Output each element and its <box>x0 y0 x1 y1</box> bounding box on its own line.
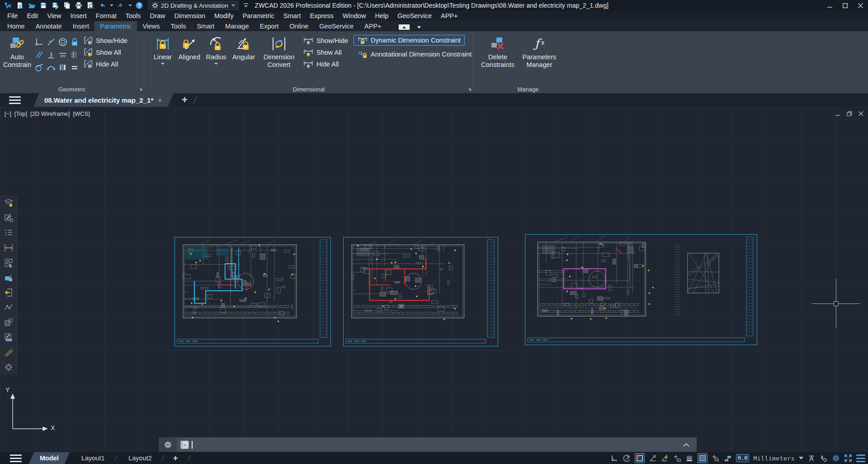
dimension-convert-button[interactable]: Dimension Convert <box>259 34 299 69</box>
floor-plan-3[interactable] <box>525 234 757 345</box>
copy-button[interactable] <box>62 1 71 10</box>
fullscreen-toggle-icon[interactable] <box>844 454 852 462</box>
floor-plan-2[interactable] <box>343 237 498 346</box>
osnap-toggle-active[interactable] <box>635 453 645 463</box>
settings-tool-icon[interactable] <box>4 362 14 372</box>
print-button[interactable] <box>74 1 83 10</box>
dimensional-show-hide-button[interactable]: Show/Hide <box>303 36 348 46</box>
save-as-button[interactable] <box>51 1 60 10</box>
dimensional-show-all-button[interactable]: Show All <box>303 47 342 57</box>
document-menu-icon[interactable] <box>9 96 21 104</box>
geometric-dialog-launcher-icon[interactable] <box>139 89 142 91</box>
window-minimize-button[interactable] <box>822 0 837 11</box>
menu-insert[interactable]: Insert <box>66 12 91 19</box>
new-document-tab-button[interactable]: + <box>182 94 188 106</box>
document-tab-active[interactable]: 08.Water and electricity map_2_1* × <box>33 93 174 107</box>
perpendicular-constraint-button[interactable] <box>45 48 57 61</box>
import-tool-icon[interactable] <box>4 288 14 298</box>
selection-filter-icon[interactable] <box>820 454 828 462</box>
workspace-switcher[interactable]: 2D Drafting & Annotation <box>148 1 239 10</box>
undo-dropdown-icon[interactable] <box>110 5 113 6</box>
menu-smart[interactable]: Smart <box>279 12 306 19</box>
viewport-control-2d-wireframe[interactable]: [2D Wireframe] <box>30 110 70 117</box>
ribbon-tab-export[interactable]: Export <box>254 21 284 31</box>
menu-view[interactable]: View <box>42 12 66 19</box>
menu-help[interactable]: Help <box>370 12 393 19</box>
panel-label-dimensional[interactable]: Dimensional <box>145 86 473 93</box>
model-tab[interactable]: Model <box>29 452 70 464</box>
ribbon-tab-app[interactable]: APP+ <box>359 21 387 31</box>
pgp-edit-tool-icon[interactable]: PGP <box>4 332 14 342</box>
lineweight-toggle-icon[interactable] <box>685 454 693 462</box>
menu-tools[interactable]: Tools <box>121 12 146 19</box>
measure-line-tool-icon[interactable] <box>4 347 14 357</box>
ribbon-tab-home[interactable]: Home <box>2 21 30 31</box>
menu-file[interactable]: File <box>3 12 22 19</box>
open-file-button[interactable] <box>27 1 36 10</box>
fix-constraint-button[interactable] <box>69 36 80 48</box>
menu-format[interactable]: Format <box>91 12 121 19</box>
dynamic-dimension-constraint-toggle[interactable]: Dynamic Dimension Constraint <box>354 35 465 46</box>
angular-constraint-button[interactable]: Angular <box>231 34 257 61</box>
layout1-tab[interactable]: Layout1 <box>81 455 105 462</box>
units-dropdown-icon[interactable] <box>799 457 803 459</box>
ribbon-expand-down-icon[interactable] <box>412 25 426 30</box>
status-customize-menu-icon[interactable] <box>856 455 865 462</box>
equal-constraint-button[interactable] <box>69 61 80 74</box>
help-button[interactable]: ? <box>135 1 144 10</box>
units-label[interactable]: Millimeters <box>753 455 795 462</box>
selection-cycling-toggle-icon[interactable] <box>712 454 720 462</box>
numbered-list-tool-icon[interactable] <box>4 228 14 238</box>
tangent-constraint-button[interactable] <box>33 61 45 74</box>
document-tab-close-icon[interactable]: × <box>158 96 162 104</box>
ribbon-tab-geoservice[interactable]: GeoService <box>314 21 359 31</box>
save-button[interactable] <box>39 1 48 10</box>
ribbon-tab-views[interactable]: Views <box>137 21 165 31</box>
dimension-tool-icon[interactable] <box>4 243 14 253</box>
menu-app[interactable]: APP+ <box>436 12 462 19</box>
vertical-constraint-button[interactable] <box>69 48 80 61</box>
radius-constraint-button[interactable]: Radius <box>204 34 228 65</box>
coordinate-readout[interactable]: 0.0 <box>736 454 750 462</box>
ribbon-tab-tools[interactable]: Tools <box>165 21 192 31</box>
viewport-control-[interactable]: [−] <box>5 110 11 117</box>
new-file-button[interactable] <box>15 1 24 10</box>
quick-select-tool-icon[interactable] <box>4 258 14 268</box>
otrack-toggle-icon[interactable] <box>649 454 657 462</box>
window-arrange-tool-icon[interactable] <box>4 317 14 327</box>
panel-label-geometric[interactable]: Geometric <box>0 86 144 93</box>
command-history-chevron-icon[interactable] <box>683 443 689 447</box>
command-settings-button[interactable] <box>159 437 177 452</box>
window-close-button[interactable] <box>853 0 868 11</box>
viewport-control-top[interactable]: [Top] <box>14 110 27 117</box>
floor-plan-1[interactable] <box>175 237 331 346</box>
block-tool-icon[interactable] <box>4 273 14 283</box>
command-input[interactable] <box>193 437 684 452</box>
status-settings-gear-icon[interactable] <box>832 454 840 462</box>
geometric-show-all-button[interactable]: Show All <box>83 47 121 57</box>
coincident-constraint-button[interactable] <box>33 36 45 48</box>
delete-constraints-button[interactable]: Delete Constraints <box>479 34 516 69</box>
concentric-constraint-button[interactable] <box>57 36 69 48</box>
polyline-tool-icon[interactable] <box>4 303 14 312</box>
redo-dropdown-icon[interactable] <box>128 5 132 6</box>
menu-modify[interactable]: Modify <box>210 12 238 19</box>
viewport-restore-icon[interactable] <box>847 111 852 116</box>
menu-parametric[interactable]: Parametric <box>238 12 279 19</box>
menu-window[interactable]: Window <box>338 12 371 19</box>
hatch-display-toggle-active[interactable] <box>698 453 708 463</box>
drawing-canvas[interactable]: [−][Top][2D Wireframe][WCS] PGP Y X <box>0 107 868 452</box>
add-layout-button[interactable]: + <box>173 453 178 463</box>
ribbon-tab-insert[interactable]: Insert <box>67 21 94 31</box>
ribbon-tab-parametric[interactable]: Parametric <box>94 21 137 31</box>
command-bar[interactable]: >_ <box>159 437 697 452</box>
fix-point-constraint-button[interactable] <box>45 36 57 48</box>
linear-constraint-button[interactable]: Linear <box>151 34 175 65</box>
smooth-constraint-button[interactable] <box>45 61 57 74</box>
menu-express[interactable]: Express <box>305 12 338 19</box>
viewport-minimize-icon[interactable] <box>835 112 840 116</box>
auto-constrain-button[interactable]: Auto Constrain <box>2 34 33 69</box>
annotational-dimension-constraint-toggle[interactable]: Annotational Dimension Constraint <box>354 49 472 59</box>
ribbon-tab-smart[interactable]: Smart <box>191 21 220 31</box>
radius-dropdown-icon[interactable] <box>214 63 218 65</box>
